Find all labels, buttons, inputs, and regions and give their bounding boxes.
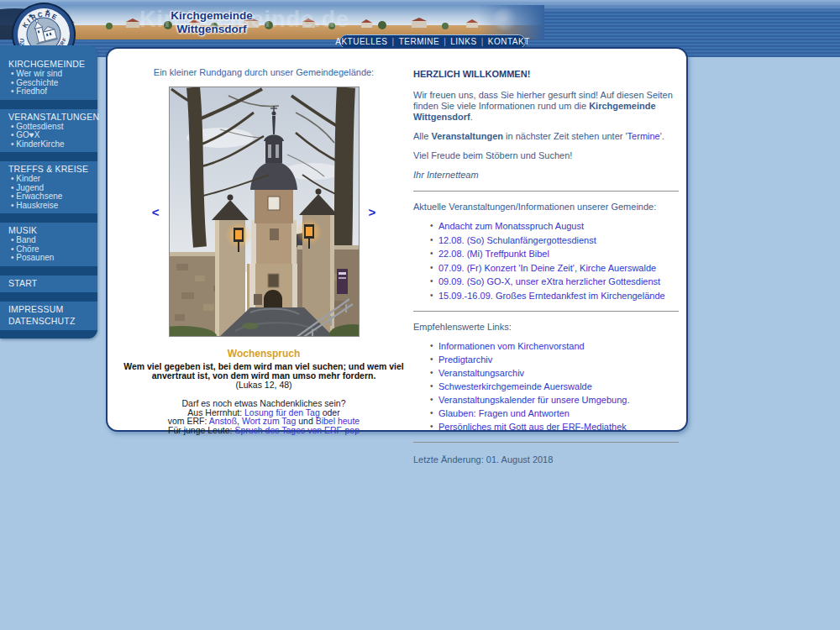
site-title-line1: Kirchgemeinde (144, 9, 279, 23)
event-link[interactable]: 09.09. (So) GO-X, unser eXtra herzlicher… (438, 276, 660, 286)
sidebar-section-impressum: IMPRESSUM DATENSCHUTZ (0, 302, 97, 330)
recommended-link[interactable]: Glauben: Fragen und Antworten (438, 408, 570, 418)
wochenspruch-section: Wochenspruch Wem viel gegeben ist, bei d… (118, 348, 410, 434)
wochenspruch-reference: (Lukas 12, 48) (118, 381, 410, 390)
event-item: 12.08. (So) Schulanfängergottesdienst (430, 235, 679, 245)
wochenspruch-title: Wochenspruch (118, 348, 410, 360)
sidebar-item-erwachsene[interactable]: Erwachsene (0, 192, 97, 202)
event-link[interactable]: 07.09. (Fr) Konzert 'In Deine Zeit', Kir… (438, 263, 656, 273)
event-link[interactable]: 12.08. (So) Schulanfängergottesdienst (438, 235, 596, 245)
church-photo (169, 87, 360, 337)
links-heading: Empfehlenswerte Links: (413, 322, 679, 333)
welcome-paragraph-3: Viel Freude beim Stöbern und Suchen! (413, 150, 679, 161)
nav-separator: | (444, 37, 446, 46)
welcome-paragraph-2: Alle Veranstaltungen in nächster Zeit st… (413, 131, 679, 142)
event-link[interactable]: Andacht zum Monatsspruch August (438, 221, 584, 231)
sidebar-item-band[interactable]: Band (0, 236, 97, 245)
divider (413, 442, 679, 443)
termine-link[interactable]: Termine (627, 131, 660, 141)
sidebar-title-veranstaltungen[interactable]: VERANSTALTUNGEN (0, 111, 97, 123)
event-item: 15.09.-16.09. Großes Erntedankfest im Ki… (430, 291, 679, 301)
nav-links[interactable]: LINKS (450, 37, 476, 46)
erf-pop-link[interactable]: Spruch des Tages von ERF-pop (234, 425, 360, 435)
sidebar-item-hauskreise[interactable]: Hauskreise (0, 202, 97, 211)
recommended-links-list: Informationen vom Kirchenvorstand Predig… (413, 341, 679, 432)
nav-termine[interactable]: TERMINE (399, 37, 440, 46)
p2-mid: in nächster Zeit stehen unter ' (503, 131, 627, 141)
gallery-next-button[interactable]: > (367, 204, 378, 220)
events-list: Andacht zum Monatsspruch August 12.08. (… (413, 221, 679, 301)
sidebar-item-wer-wir-sind[interactable]: Wer wir sind (0, 70, 97, 79)
nav-separator: | (392, 37, 395, 46)
wochenspruch-links: Darf es noch etwas Nachdenkliches sein? … (118, 399, 410, 434)
welcome-column: HERZLICH WILLKOMMEN! Wir freuen uns, das… (413, 69, 679, 465)
nav-separator: | (481, 37, 484, 46)
recommended-link[interactable]: Predigtarchiv (438, 354, 492, 365)
recommended-link[interactable]: Veranstaltungskalender für unsere Umgebu… (438, 395, 629, 405)
sidebar-item-start[interactable]: START (0, 277, 97, 289)
event-item: 09.09. (So) GO-X, unser eXtra herzlicher… (430, 276, 679, 286)
last-change-text: Letzte Änderung: 01. August 2018 (413, 454, 679, 465)
sidebar-item-friedhof[interactable]: Friedhof (0, 87, 97, 97)
sidebar-item-kinderkirche[interactable]: KinderKirche (0, 140, 97, 150)
sidebar-navigation: KIRCHGEMEINDE Wer wir sind Geschichte Fr… (0, 45, 97, 339)
p2-end: '. (660, 131, 664, 141)
event-item: 07.09. (Fr) Konzert 'In Deine Zeit', Kir… (430, 263, 679, 273)
site-title: Kirchgemeinde Wittgensdorf (144, 9, 279, 36)
church-photo-graphic (170, 87, 360, 337)
p1-end: . (470, 112, 473, 122)
recommended-link[interactable]: Persönliches mit Gott aus der ERF-Mediat… (438, 422, 627, 432)
events-heading: Aktuelle Veranstaltungen/Informationen u… (413, 202, 679, 213)
gallery-intro-text: Ein kleiner Rundgang durch unser Gemeind… (118, 67, 410, 77)
p2-pre: Alle (413, 131, 431, 141)
sidebar-title-musik[interactable]: MUSIK (0, 224, 97, 236)
link-item: Veranstaltungskalender für unsere Umgebu… (430, 395, 679, 405)
link-item: Glauben: Fragen und Antworten (430, 408, 679, 418)
sidebar-section-kirchgemeinde: KIRCHGEMEINDE Wer wir sind Geschichte Fr… (0, 45, 97, 100)
sidebar-section-start: START (0, 276, 97, 292)
content-panel: Ein kleiner Rundgang durch unser Gemeind… (106, 47, 688, 432)
welcome-title: HERZLICH WILLKOMMEN! (413, 69, 679, 80)
sidebar-section-musik: MUSIK Band Chöre Posaunen (0, 223, 97, 266)
recommended-link[interactable]: Schwesterkirchgemeinde Auerswalde (438, 381, 592, 391)
link-item: Veranstaltungsarchiv (430, 368, 679, 378)
gallery-column: Ein kleiner Rundgang durch unser Gemeind… (118, 67, 410, 434)
gallery-prev-button[interactable]: < (150, 204, 161, 220)
recommended-link[interactable]: Informationen vom Kirchenvorstand (438, 341, 585, 351)
sidebar-item-gox[interactable]: GO♥X (0, 131, 97, 140)
divider (413, 191, 679, 192)
event-link[interactable]: 15.09.-16.09. Großes Erntedankfest im Ki… (438, 291, 665, 301)
nav-aktuelles[interactable]: AKTUELLES (335, 37, 387, 46)
link-item: Predigtarchiv (430, 354, 679, 365)
sidebar-item-posaunen[interactable]: Posaunen (0, 254, 97, 263)
link-item: Persönliches mit Gott aus der ERF-Mediat… (430, 422, 679, 432)
welcome-paragraph-1: Wir freuen uns, dass Sie hierher gesurft… (413, 90, 679, 123)
youth-line: Für junge Leute: Spruch des Tages von ER… (118, 426, 410, 435)
event-link[interactable]: 22.08. (Mi) Treffpunkt Bibel (438, 249, 549, 259)
sidebar-item-datenschutz[interactable]: DATENSCHUTZ (0, 315, 97, 327)
event-item: Andacht zum Monatsspruch August (430, 221, 679, 231)
event-item: 22.08. (Mi) Treffpunkt Bibel (430, 249, 679, 259)
sidebar-section-veranstaltungen: VERANSTALTUNGEN Gottesdienst GO♥X Kinder… (0, 109, 97, 153)
divider (413, 311, 679, 312)
site-title-line2: Wittgensdorf (144, 23, 279, 36)
link-item: Informationen vom Kirchenvorstand (430, 341, 679, 351)
welcome-signature: Ihr Internetteam (413, 170, 679, 181)
recommended-link[interactable]: Veranstaltungsarchiv (438, 368, 524, 378)
sidebar-item-impressum[interactable]: IMPRESSUM (0, 303, 97, 315)
nav-kontakt[interactable]: KONTAKT (488, 37, 530, 46)
sidebar-section-treffs-kreise: TREFFS & KREISE Kinder Jugend Erwachsene… (0, 161, 97, 213)
wochenspruch-quote: Wem viel gegeben ist, bei dem wird man v… (118, 362, 410, 381)
youth-prefix: Für junge Leute: (168, 425, 234, 435)
sidebar-title-kirchgemeinde[interactable]: KIRCHGEMEINDE (0, 58, 97, 70)
sidebar-title-treffs-kreise[interactable]: TREFFS & KREISE (0, 163, 97, 175)
sidebar-item-kinder[interactable]: Kinder (0, 175, 97, 184)
link-item: Schwesterkirchgemeinde Auerswalde (430, 381, 679, 391)
p2-bold: Veranstaltungen (431, 131, 503, 141)
gallery-row: < (118, 87, 410, 337)
